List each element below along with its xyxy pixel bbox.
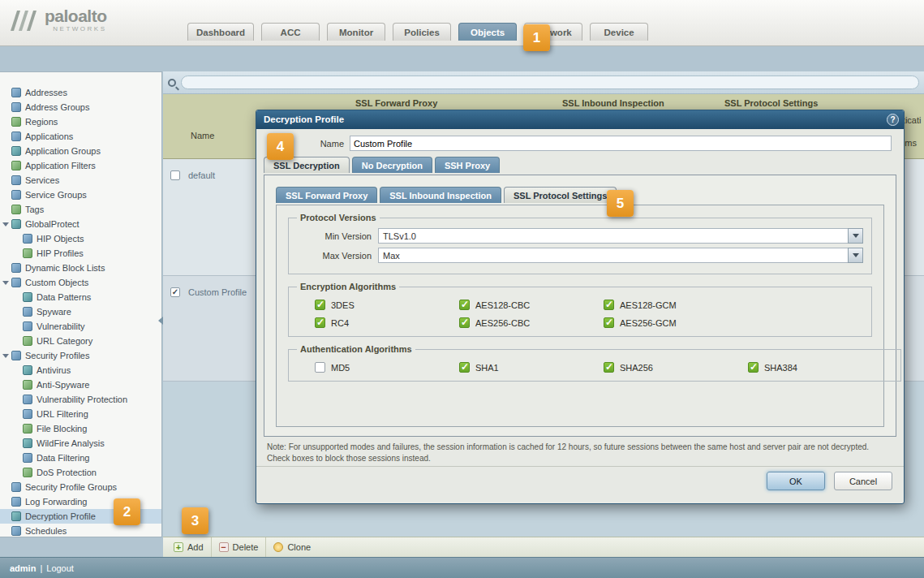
checkbox-sha256[interactable]: SHA256 <box>604 362 748 373</box>
sidebar-item-file-blocking[interactable]: File Blocking <box>0 421 161 436</box>
ssl-decryption-subtabs: SSL Forward Proxy SSL Inbound Inspection… <box>276 187 617 203</box>
max-version-dropdown-button[interactable] <box>848 248 863 263</box>
checkbox-icon[interactable] <box>315 300 325 310</box>
expand-triangle-icon[interactable] <box>2 222 9 226</box>
sidebar-item-services[interactable]: Services <box>0 173 161 188</box>
max-version-value[interactable]: Max <box>378 248 848 263</box>
cancel-button[interactable]: Cancel <box>834 472 892 490</box>
checkbox-icon[interactable] <box>604 362 614 373</box>
sidebar-item-data-filtering[interactable]: Data Filtering <box>0 451 161 465</box>
sidebar-item-wildfire-analysis[interactable]: WildFire Analysis <box>0 436 161 451</box>
subtab-ssl-inbound-inspection[interactable]: SSL Inbound Inspection <box>380 187 501 203</box>
checkbox-icon[interactable] <box>604 317 614 328</box>
row-checkbox[interactable] <box>170 287 180 297</box>
sidebar-item-data-patterns[interactable]: Data Patterns <box>0 290 161 304</box>
sidebar-item-url-filtering[interactable]: URL Filtering <box>0 407 161 421</box>
help-icon[interactable]: ? <box>887 114 899 126</box>
checkbox-icon[interactable] <box>748 362 759 373</box>
sidebar-item-schedules[interactable]: Schedules <box>0 524 161 537</box>
tab-policies[interactable]: Policies <box>393 23 451 41</box>
sidebar-item-custom-objects[interactable]: Custom Objects <box>0 275 161 290</box>
subtab-ssl-forward-proxy[interactable]: SSL Forward Proxy <box>276 187 377 203</box>
checkbox-icon[interactable] <box>315 362 325 373</box>
sidebar-item-hip-profiles[interactable]: HIP Profiles <box>0 246 161 261</box>
profile-name-link[interactable]: Custom Profile <box>188 287 247 297</box>
checkbox-3des[interactable]: 3DES <box>315 300 459 310</box>
checkbox-icon[interactable] <box>604 300 614 310</box>
sidebar-item-service-groups[interactable]: Service Groups <box>0 188 161 202</box>
dialog-tabs: SSL Decryption No Decryption SSH Proxy <box>264 157 500 173</box>
objects-sidebar: Addresses Address Groups Regions Applica… <box>0 71 162 537</box>
min-version-combobox: TLSv1.0 <box>378 228 863 244</box>
column-ssl-protocol-settings: SSL Protocol Settings <box>724 98 818 108</box>
row-checkbox[interactable] <box>170 170 180 180</box>
sidebar-item-address-groups[interactable]: Address Groups <box>0 100 161 114</box>
ssl-decryption-panel: SSL Forward Proxy SSL Inbound Inspection… <box>264 175 896 437</box>
sidebar-item-applications[interactable]: Applications <box>0 129 161 144</box>
app-header: paloalto NETWORKS Dashboard ACC Monitor … <box>0 0 924 46</box>
min-version-value[interactable]: TLSv1.0 <box>378 228 848 244</box>
tab-ssh-proxy[interactable]: SSH Proxy <box>435 157 500 173</box>
sidebar-item-tags[interactable]: Tags <box>0 202 161 217</box>
sidebar-item-security-profile-groups[interactable]: Security Profile Groups <box>0 480 161 494</box>
sidebar-item-regions[interactable]: Regions <box>0 114 161 129</box>
hip-profiles-icon <box>23 248 32 258</box>
checkbox-aes256-gcm[interactable]: AES256-GCM <box>604 317 748 328</box>
sidebar-item-globalprotect[interactable]: GlobalProtect <box>0 217 161 231</box>
hip-objects-icon <box>23 234 32 244</box>
sidebar-item-url-category[interactable]: URL Category <box>0 334 161 348</box>
name-input[interactable] <box>350 136 892 151</box>
sidebar-item-hip-objects[interactable]: HIP Objects <box>0 231 161 246</box>
checkbox-icon[interactable] <box>315 317 325 328</box>
sidebar-item-dos-protection[interactable]: DoS Protection <box>0 465 161 480</box>
profile-name-link[interactable]: default <box>188 170 215 180</box>
tab-no-decryption[interactable]: No Decryption <box>352 157 432 173</box>
sidebar-item-addresses[interactable]: Addresses <box>0 85 161 100</box>
checkbox-aes128-cbc[interactable]: AES128-CBC <box>459 300 604 310</box>
min-version-dropdown-button[interactable] <box>848 228 863 244</box>
checkbox-md5[interactable]: MD5 <box>315 362 459 373</box>
service-groups-icon <box>11 190 21 200</box>
main-nav: Dashboard ACC Monitor Policies Objects N… <box>187 23 648 41</box>
expand-triangle-icon[interactable] <box>2 281 9 285</box>
callout-2: 2 <box>114 498 140 525</box>
clone-button[interactable]: Clone <box>266 537 318 557</box>
checkbox-aes128-gcm[interactable]: AES128-GCM <box>604 300 748 310</box>
checkbox-rc4[interactable]: RC4 <box>315 317 459 328</box>
table-toolbar: + Add − Delete Clone <box>163 537 924 557</box>
checkbox-icon[interactable] <box>459 317 470 328</box>
log-forwarding-icon <box>11 497 21 507</box>
checkbox-icon[interactable] <box>459 300 470 310</box>
tab-dashboard[interactable]: Dashboard <box>187 23 254 41</box>
tab-device[interactable]: Device <box>590 23 648 41</box>
sidebar-item-anti-spyware[interactable]: Anti-Spyware <box>0 377 161 392</box>
ok-button[interactable]: OK <box>767 472 825 490</box>
sidebar-item-antivirus[interactable]: Antivirus <box>0 363 161 377</box>
url-category-icon <box>23 336 32 346</box>
checkbox-icon[interactable] <box>459 362 470 373</box>
security-profile-groups-icon <box>11 482 21 492</box>
delete-button[interactable]: − Delete <box>212 537 267 557</box>
sidebar-item-dynamic-block-lists[interactable]: Dynamic Block Lists <box>0 261 161 275</box>
filter-input[interactable] <box>181 75 919 89</box>
sidebar-item-spyware[interactable]: Spyware <box>0 304 161 319</box>
sidebar-item-vulnerability-protection[interactable]: Vulnerability Protection <box>0 392 161 407</box>
checkbox-sha1[interactable]: SHA1 <box>459 362 604 373</box>
sidebar-item-application-groups[interactable]: Application Groups <box>0 144 161 158</box>
applications-icon <box>11 132 21 141</box>
checkbox-sha384[interactable]: SHA384 <box>748 362 892 373</box>
tab-objects[interactable]: Objects <box>458 23 517 41</box>
column-name: Name <box>191 131 214 140</box>
add-button[interactable]: + Add <box>166 537 212 557</box>
expand-triangle-icon[interactable] <box>2 354 9 358</box>
sidebar-item-vulnerability[interactable]: Vulnerability <box>0 319 161 334</box>
dialog-titlebar: Decryption Profile ? <box>256 110 904 129</box>
logout-link[interactable]: Logout <box>46 563 74 573</box>
subtab-ssl-protocol-settings[interactable]: SSL Protocol Settings <box>504 187 617 203</box>
tab-acc[interactable]: ACC <box>261 23 320 41</box>
sidebar-item-security-profiles[interactable]: Security Profiles <box>0 348 161 363</box>
logged-in-user: admin <box>10 563 36 573</box>
checkbox-aes256-cbc[interactable]: AES256-CBC <box>459 317 604 328</box>
sidebar-item-application-filters[interactable]: Application Filters <box>0 158 161 173</box>
tab-monitor[interactable]: Monitor <box>327 23 385 41</box>
